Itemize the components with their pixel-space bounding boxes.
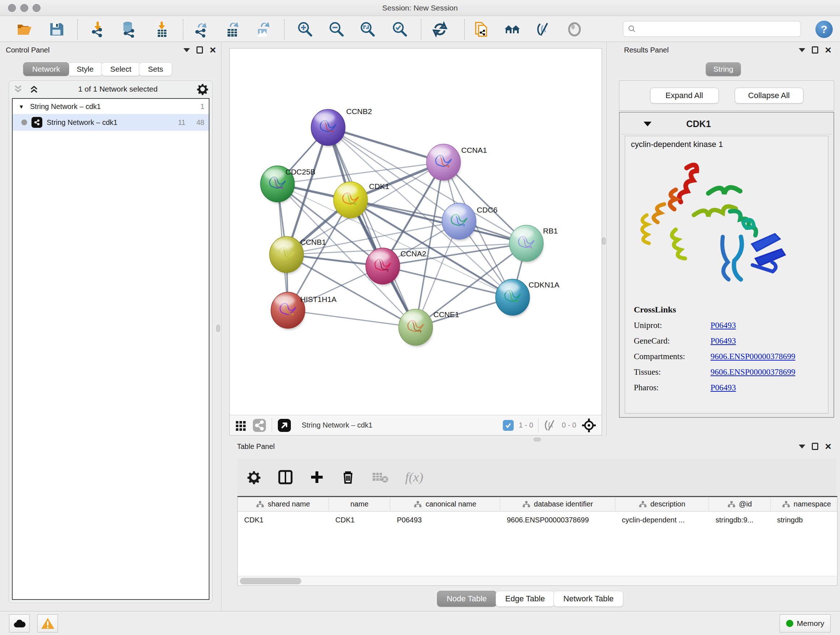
column-header-description[interactable]: description bbox=[615, 497, 709, 511]
import-network-database-icon[interactable] bbox=[120, 21, 137, 38]
panel-collapse-icon[interactable] bbox=[799, 445, 805, 448]
panel-float-icon[interactable] bbox=[196, 46, 203, 54]
node-table[interactable]: shared namenamecanonical namedatabase id… bbox=[237, 496, 837, 586]
zoom-fit-icon[interactable] bbox=[358, 21, 376, 38]
memory-button[interactable]: Memory bbox=[780, 614, 831, 632]
crosslinks-title: CrossLinks bbox=[634, 305, 822, 315]
network-list-box: 1 of 1 Network selected ▼ String Network… bbox=[9, 80, 213, 603]
column-header-canonicalname[interactable]: canonical name bbox=[390, 497, 500, 511]
tab-network[interactable]: Network bbox=[23, 62, 69, 76]
expand-all-button[interactable]: Expand All bbox=[650, 88, 719, 103]
open-session-icon[interactable] bbox=[16, 21, 33, 38]
column-header-name[interactable]: name bbox=[329, 497, 390, 511]
columns-icon[interactable] bbox=[278, 470, 293, 485]
network-status-dot bbox=[21, 119, 27, 125]
panel-float-icon[interactable] bbox=[812, 443, 818, 450]
panel-close-icon[interactable]: × bbox=[825, 46, 831, 54]
crosslink-label: Tissues: bbox=[634, 367, 711, 377]
import-table-file-icon[interactable] bbox=[153, 21, 171, 38]
crosslink-label: GeneCard: bbox=[634, 336, 711, 346]
zoom-selected-icon[interactable] bbox=[391, 21, 408, 38]
crosslink-link[interactable]: P06493 bbox=[711, 336, 736, 346]
column-type-icon bbox=[728, 501, 736, 508]
tab-string[interactable]: String bbox=[706, 62, 741, 76]
crosslink-link[interactable]: 9606.ENSP00000378699 bbox=[711, 367, 796, 377]
column-header-id[interactable]: @id bbox=[709, 497, 771, 511]
panel-collapse-icon[interactable] bbox=[799, 48, 805, 52]
horizontal-scrollbar[interactable] bbox=[238, 576, 837, 585]
column-header-sharedname[interactable]: shared name bbox=[238, 497, 329, 511]
window-title: Session: New Session bbox=[0, 0, 840, 16]
table-cell[interactable]: 9606.ENSP00000378699 bbox=[500, 511, 615, 528]
export-table-icon[interactable] bbox=[224, 21, 241, 38]
collapse-all-icon[interactable] bbox=[13, 84, 24, 95]
home-networks-icon[interactable] bbox=[504, 21, 521, 38]
memory-status-icon bbox=[786, 620, 793, 627]
panel-close-icon[interactable]: × bbox=[825, 443, 831, 450]
hide-eye-icon[interactable] bbox=[535, 21, 552, 38]
section-collapse-icon[interactable] bbox=[644, 122, 652, 126]
network-svg[interactable]: CCNB2CCNA1CDC25BCDK1CDC6RB1CCNB1CCNA2CDK… bbox=[230, 49, 602, 415]
tree-expand-icon[interactable]: ▼ bbox=[17, 103, 26, 110]
gear-icon[interactable] bbox=[247, 470, 261, 485]
crosslink-link[interactable]: P06493 bbox=[711, 321, 736, 330]
splitter-handle[interactable] bbox=[602, 238, 606, 245]
scrollbar-thumb[interactable] bbox=[240, 578, 302, 584]
table-cell[interactable]: stringdb bbox=[771, 511, 837, 528]
export-image-icon[interactable] bbox=[254, 21, 271, 38]
warning-button[interactable] bbox=[37, 614, 58, 632]
tab-style[interactable]: Style bbox=[68, 62, 103, 76]
save-session-icon[interactable] bbox=[48, 21, 65, 38]
search-input[interactable] bbox=[639, 25, 801, 33]
network-tree: ▼ String Network – cdk1 1 String Network… bbox=[12, 98, 210, 600]
gear-icon[interactable] bbox=[196, 83, 209, 95]
collection-label: String Network – cdk1 bbox=[30, 103, 101, 111]
panel-float-icon[interactable] bbox=[812, 46, 818, 54]
crosslink-link[interactable]: 9606.ENSP00000378699 bbox=[711, 352, 796, 361]
tab-sets[interactable]: Sets bbox=[139, 62, 172, 76]
table-cell[interactable]: stringdb:9... bbox=[709, 511, 771, 528]
collection-count: 1 bbox=[201, 103, 204, 111]
import-network-file-icon[interactable] bbox=[89, 21, 106, 38]
collapse-all-button[interactable]: Collapse All bbox=[735, 88, 804, 103]
network-row[interactable]: String Network – cdk1 11 48 bbox=[13, 114, 209, 131]
add-column-icon[interactable] bbox=[309, 470, 324, 485]
table-cell[interactable]: P06493 bbox=[390, 511, 500, 528]
cloud-button[interactable] bbox=[9, 614, 30, 632]
selected-checkbox-icon[interactable] bbox=[503, 420, 514, 431]
title-bar: Session: New Session bbox=[0, 0, 840, 16]
network-collection-row[interactable]: ▼ String Network – cdk1 1 bbox=[13, 99, 209, 114]
delete-column-icon[interactable] bbox=[341, 470, 355, 485]
column-header-databaseidentifier[interactable]: database identifier bbox=[500, 497, 615, 511]
share-view-icon[interactable] bbox=[252, 418, 267, 432]
column-type-icon bbox=[782, 501, 790, 508]
table-cell[interactable]: CDK1 bbox=[238, 511, 329, 528]
zoom-out-icon[interactable] bbox=[327, 21, 345, 38]
column-header-namespace[interactable]: namespace bbox=[771, 497, 837, 511]
tab-edge-table[interactable]: Edge Table bbox=[496, 591, 555, 607]
sphere-eye-icon[interactable] bbox=[566, 21, 583, 38]
node-count: 11 bbox=[178, 119, 186, 127]
expand-all-icon[interactable] bbox=[28, 84, 39, 95]
splitter-handle[interactable] bbox=[216, 325, 220, 332]
crosslink-link[interactable]: P06493 bbox=[711, 383, 736, 393]
tab-select[interactable]: Select bbox=[101, 62, 141, 76]
panel-collapse-icon[interactable] bbox=[183, 48, 190, 52]
help-icon[interactable]: ? bbox=[815, 21, 833, 38]
crosshair-icon[interactable] bbox=[581, 418, 597, 433]
grid-view-icon[interactable] bbox=[235, 419, 247, 432]
search-icon bbox=[628, 25, 636, 33]
table-cell[interactable]: cyclin-dependent ... bbox=[615, 511, 709, 528]
birds-eye-icon[interactable] bbox=[277, 418, 292, 432]
tab-network-table[interactable]: Network Table bbox=[554, 591, 623, 607]
panel-close-icon[interactable]: × bbox=[210, 46, 216, 54]
node-section-header[interactable]: CDK1 bbox=[621, 114, 832, 134]
column-type-icon bbox=[256, 501, 264, 508]
tab-node-table[interactable]: Node Table bbox=[437, 591, 497, 607]
clone-network-icon[interactable] bbox=[472, 21, 490, 38]
export-network-icon[interactable] bbox=[193, 21, 210, 38]
search-box[interactable] bbox=[623, 21, 801, 37]
refresh-icon[interactable] bbox=[431, 21, 448, 38]
table-cell[interactable]: CDK1 bbox=[329, 511, 390, 528]
zoom-in-icon[interactable] bbox=[296, 21, 313, 38]
